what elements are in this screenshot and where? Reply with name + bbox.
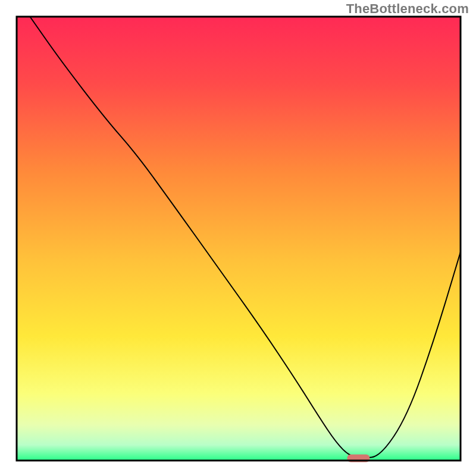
bottleneck-chart — [0, 0, 476, 476]
chart-container: TheBottleneck.com — [0, 0, 476, 476]
plot-background — [17, 17, 461, 461]
